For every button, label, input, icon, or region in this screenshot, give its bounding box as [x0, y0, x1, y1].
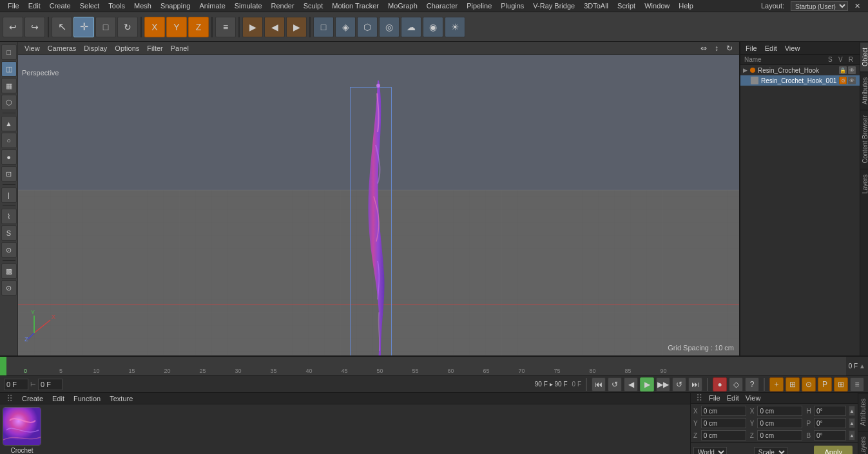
material-thumbnail[interactable]: [3, 407, 41, 446]
viewport-menu-view[interactable]: View: [22, 44, 43, 52]
viewport-canvas[interactable]: Perspective: [18, 55, 739, 355]
loop-forward-button[interactable]: ↺: [672, 377, 686, 392]
h-input[interactable]: [814, 406, 846, 416]
rotate-tool-button[interactable]: ↻: [117, 17, 138, 37]
left-tool-7[interactable]: ●: [1, 149, 17, 165]
timeline-end-icon[interactable]: ▲: [859, 363, 865, 370]
b-input[interactable]: [814, 430, 846, 440]
cube-button[interactable]: □: [313, 17, 334, 37]
keyframe-button[interactable]: ◇: [729, 377, 743, 392]
play-button[interactable]: ▶: [640, 377, 654, 392]
obj-panel-edit[interactable]: Edit: [762, 44, 780, 52]
menu-render[interactable]: Render: [267, 0, 298, 12]
obj-panel-file[interactable]: File: [743, 44, 760, 52]
obj-panel-view[interactable]: View: [782, 44, 803, 52]
x-arrow-icon[interactable]: ▲: [849, 406, 855, 416]
viewport-menu-panel[interactable]: Panel: [168, 44, 191, 52]
left-select-tool[interactable]: □: [1, 44, 17, 60]
timeline-ruler-container[interactable]: 0 5 10 15 20 25 30 35 40 45 50 55 60 65 …: [0, 356, 868, 375]
sphere-button[interactable]: ◈: [335, 17, 356, 37]
menu-window[interactable]: Window: [641, 0, 673, 12]
mat-menu-edit[interactable]: Edit: [48, 395, 68, 402]
vtab-attributes[interactable]: Attributes: [860, 71, 868, 109]
menu-snapping[interactable]: Snapping: [157, 0, 195, 12]
viewport-menu-filter[interactable]: Filter: [144, 44, 165, 52]
y-arrow-icon[interactable]: ▲: [849, 418, 855, 428]
left-tool-9[interactable]: |: [1, 187, 17, 203]
attr-edit[interactable]: Edit: [724, 394, 742, 402]
menu-tools[interactable]: Tools: [104, 0, 129, 12]
menu-select[interactable]: Select: [76, 0, 104, 12]
menu-vray-bridge[interactable]: V-Ray Bridge: [529, 0, 579, 12]
z-rot-input[interactable]: [757, 430, 802, 440]
motion-clip-btn3[interactable]: ⊙: [802, 377, 816, 392]
left-tool-6[interactable]: ○: [1, 133, 17, 148]
attr-file[interactable]: File: [706, 394, 723, 402]
menu-animate[interactable]: Animate: [195, 0, 229, 12]
render-preview-button[interactable]: ▶: [242, 17, 263, 37]
item-eye-icon-001[interactable]: 👁: [848, 77, 856, 84]
left-sculpt-tool[interactable]: ⌇: [1, 209, 17, 224]
menu-plugins[interactable]: Plugins: [497, 0, 528, 12]
attr-view[interactable]: View: [743, 394, 764, 402]
p-input[interactable]: [814, 418, 846, 428]
goto-start-button[interactable]: ⏮: [592, 377, 606, 392]
coord-system-dropdown[interactable]: World Local: [693, 447, 727, 454]
vtab-bottom-layers[interactable]: Layers: [858, 431, 868, 454]
left-polygon-tool[interactable]: ◫: [1, 61, 17, 77]
render-anim-button[interactable]: ▶: [286, 17, 307, 37]
menu-sculpt[interactable]: Sculpt: [300, 0, 327, 12]
vtab-content-browser[interactable]: Content Browser: [860, 109, 868, 168]
menu-simulate[interactable]: Simulate: [231, 0, 266, 12]
auto-key-button[interactable]: ?: [745, 377, 759, 392]
cylinder-button[interactable]: ⬡: [357, 17, 378, 37]
item-lock-icon[interactable]: 🔒: [839, 66, 847, 74]
left-tool-5[interactable]: ▲: [1, 116, 17, 131]
timeline-ruler[interactable]: 0 5 10 15 20 25 30 35 40 45 50 55 60 65 …: [6, 357, 846, 375]
left-tool-8[interactable]: ⊡: [1, 166, 17, 182]
mat-menu-function[interactable]: Function: [70, 395, 104, 402]
scale-dropdown[interactable]: Scale: [754, 447, 787, 454]
landscape-button[interactable]: ◎: [379, 17, 400, 37]
menu-edit[interactable]: Edit: [24, 0, 44, 12]
y-axis-button[interactable]: Y: [166, 17, 187, 37]
object-item-hook[interactable]: ▶ Resin_Crochet_Hook 🔒 👁: [740, 65, 860, 75]
menu-pipeline[interactable]: Pipeline: [463, 0, 496, 12]
record-button[interactable]: ●: [713, 377, 727, 392]
left-vertex-tool[interactable]: ⬡: [1, 95, 17, 110]
goto-end-button[interactable]: ⏭: [688, 377, 702, 392]
viewport-menu-cameras[interactable]: Cameras: [45, 44, 79, 52]
left-magnet-tool[interactable]: ⊙: [1, 242, 17, 258]
menu-script[interactable]: Script: [613, 0, 639, 12]
menu-help[interactable]: Help: [675, 0, 697, 12]
move-tool-button[interactable]: ✛: [73, 17, 94, 37]
object-item-hook-001[interactable]: Resin_Crochet_Hook_001 ⚙ 👁: [740, 75, 860, 86]
viewport-3d[interactable]: View Cameras Display Options Filter Pane…: [18, 42, 739, 355]
start-frame-input[interactable]: [38, 379, 63, 390]
menu-create[interactable]: Create: [46, 0, 75, 12]
loop-back-button[interactable]: ↺: [608, 377, 622, 392]
z-axis-button[interactable]: Z: [188, 17, 209, 37]
item-eye-icon[interactable]: 👁: [848, 66, 856, 74]
z-pos-input[interactable]: [701, 430, 746, 440]
scale-tool-button[interactable]: □: [95, 17, 116, 37]
mat-menu-texture[interactable]: Texture: [106, 395, 137, 402]
render-button[interactable]: ◀: [264, 17, 285, 37]
motion-clip-btn4[interactable]: P: [818, 377, 832, 392]
vtab-layers[interactable]: Layers: [860, 169, 868, 199]
viewport-menu-options[interactable]: Options: [112, 44, 142, 52]
sun-button[interactable]: ☀: [445, 17, 465, 37]
menu-motion-tracker[interactable]: Motion Tracker: [328, 0, 383, 12]
playback-settings-button[interactable]: ≡: [850, 377, 864, 392]
viewport-navigate-icon[interactable]: ⇔: [698, 44, 709, 53]
motion-clip-button[interactable]: +: [769, 377, 784, 392]
menu-file[interactable]: File: [4, 0, 23, 12]
motion-clip-btn2[interactable]: ⊞: [786, 377, 800, 392]
menu-character[interactable]: Character: [423, 0, 461, 12]
x-pos-input[interactable]: [701, 406, 746, 416]
light-button[interactable]: ☁: [401, 17, 421, 37]
step-back-button[interactable]: ◀: [624, 377, 638, 392]
z-arrow-icon[interactable]: ▲: [849, 430, 855, 440]
menu-mesh[interactable]: Mesh: [130, 0, 155, 12]
left-edge-tool[interactable]: ▦: [1, 78, 17, 93]
